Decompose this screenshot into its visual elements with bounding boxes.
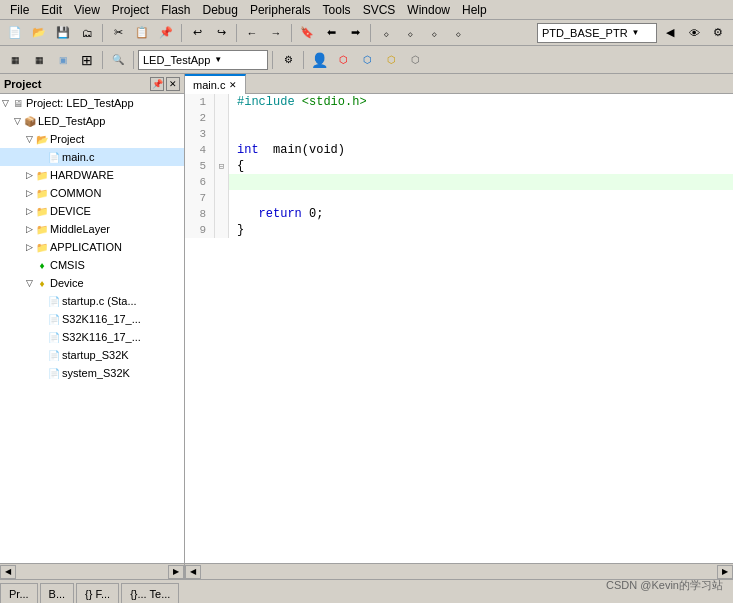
save-all-button[interactable]: 🗂 xyxy=(76,23,98,43)
expand-icon[interactable]: ▽ xyxy=(12,116,22,126)
unindent-button[interactable]: ⬦ xyxy=(399,23,421,43)
tree-item-device[interactable]: ▷📁DEVICE xyxy=(0,202,184,220)
line-content-9[interactable]: } xyxy=(229,222,733,238)
code-line-7[interactable]: 7 xyxy=(185,190,733,206)
panel-close-button[interactable]: ✕ xyxy=(166,77,180,91)
code-line-6[interactable]: 6 xyxy=(185,174,733,190)
dropdown-go-button[interactable]: ◀ xyxy=(659,23,681,43)
code-line-3[interactable]: 3 xyxy=(185,126,733,142)
menu-svcs[interactable]: SVCS xyxy=(357,3,402,17)
expand-icon[interactable]: ▷ xyxy=(24,170,34,180)
line-content-8[interactable]: return 0; xyxy=(229,206,733,222)
comment-button[interactable]: ⬦ xyxy=(423,23,445,43)
tree-item-device2[interactable]: ▽♦Device xyxy=(0,274,184,292)
scroll-left-button[interactable]: ◀ xyxy=(0,565,16,579)
line-content-2[interactable] xyxy=(229,110,733,126)
menu-project[interactable]: Project xyxy=(106,3,155,17)
cut-button[interactable]: ✂ xyxy=(107,23,129,43)
open-button[interactable]: 📂 xyxy=(28,23,50,43)
menu-peripherals[interactable]: Peripherals xyxy=(244,3,317,17)
new-file-button[interactable]: 📄 xyxy=(4,23,26,43)
undo-button[interactable]: ↩ xyxy=(186,23,208,43)
expand-icon[interactable]: ▷ xyxy=(24,188,34,198)
variable-dropdown[interactable]: PTD_BASE_PTR ▼ xyxy=(537,23,657,43)
nav-forward-button[interactable]: → xyxy=(265,23,287,43)
line-content-7[interactable] xyxy=(229,190,733,206)
expand-icon[interactable]: ▷ xyxy=(24,206,34,216)
paste-button[interactable]: 📌 xyxy=(155,23,177,43)
expand-icon[interactable]: ▷ xyxy=(24,242,34,252)
build-btn3[interactable]: ▣ xyxy=(52,50,74,70)
editor-scroll-right-button[interactable]: ▶ xyxy=(717,565,733,579)
tab-main-c[interactable]: main.c ✕ xyxy=(185,74,246,94)
tree-item-main_c[interactable]: 📄main.c xyxy=(0,148,184,166)
expand-icon[interactable]: ▽ xyxy=(24,134,34,144)
extra-button[interactable]: ⚙ xyxy=(707,23,729,43)
copy-button[interactable]: 📋 xyxy=(131,23,153,43)
expand-icon[interactable]: ▷ xyxy=(24,224,34,234)
bookmark-prev-button[interactable]: ⬅ xyxy=(320,23,342,43)
menu-debug[interactable]: Debug xyxy=(197,3,244,17)
tree-item-s32k116_17_2[interactable]: 📄S32K116_17_... xyxy=(0,328,184,346)
editor-scroll-left-button[interactable]: ◀ xyxy=(185,565,201,579)
bottom-tab-functions[interactable]: {} F... xyxy=(76,583,119,603)
code-line-9[interactable]: 9 } xyxy=(185,222,733,238)
tree-item-s32k116_17_1[interactable]: 📄S32K116_17_... xyxy=(0,310,184,328)
tab-close-icon[interactable]: ✕ xyxy=(229,80,237,90)
bookmark-button[interactable]: 🔖 xyxy=(296,23,318,43)
expand-icon[interactable]: ▽ xyxy=(24,278,34,288)
panel-scrollbar[interactable]: ◀ ▶ xyxy=(0,563,184,579)
tree-item-application[interactable]: ▷📁APPLICATION xyxy=(0,238,184,256)
tree-item-led_testapp[interactable]: ▽📦LED_TestApp xyxy=(0,112,184,130)
build-btn2[interactable]: ▦ xyxy=(28,50,50,70)
menu-tools[interactable]: Tools xyxy=(317,3,357,17)
tree-item-project_folder[interactable]: ▽📂Project xyxy=(0,130,184,148)
code-line-2[interactable]: 2 xyxy=(185,110,733,126)
debug-btn1[interactable]: 🔍 xyxy=(107,50,129,70)
nav-back-button[interactable]: ← xyxy=(241,23,263,43)
editor-scrollbar-track[interactable] xyxy=(201,565,717,579)
code-line-5[interactable]: 5 ⊟ { xyxy=(185,158,733,174)
code-line-8[interactable]: 8 return 0; xyxy=(185,206,733,222)
view-button[interactable]: 👁 xyxy=(683,23,705,43)
menu-file[interactable]: File xyxy=(4,3,35,17)
menu-help[interactable]: Help xyxy=(456,3,493,17)
tree-item-middlelayer[interactable]: ▷📁MiddleLayer xyxy=(0,220,184,238)
bottom-tab-templates[interactable]: {}... Te... xyxy=(121,583,179,603)
menu-window[interactable]: Window xyxy=(401,3,456,17)
project-dropdown[interactable]: LED_TestApp ▼ xyxy=(138,50,268,70)
line-content-3[interactable] xyxy=(229,126,733,142)
editor-hscrollbar[interactable]: ◀ ▶ xyxy=(185,563,733,579)
debug-target-btn2[interactable]: ⬡ xyxy=(332,50,354,70)
tree-item-startup[interactable]: 📄startup.c (Sta... xyxy=(0,292,184,310)
scrollbar-track[interactable] xyxy=(16,565,168,579)
tree-item-startup_s32k[interactable]: 📄startup_S32K xyxy=(0,346,184,364)
uncomment-button[interactable]: ⬦ xyxy=(447,23,469,43)
bookmark-next-button[interactable]: ➡ xyxy=(344,23,366,43)
tree-item-hardware[interactable]: ▷📁HARDWARE xyxy=(0,166,184,184)
tree-item-cmsis[interactable]: ♦CMSIS xyxy=(0,256,184,274)
debug-target-btn4[interactable]: ⬡ xyxy=(380,50,402,70)
line-content-5[interactable]: { xyxy=(229,158,733,174)
expand-icon[interactable]: ▽ xyxy=(0,98,10,108)
tree-item-root[interactable]: ▽🖥Project: LED_TestApp xyxy=(0,94,184,112)
line-content-1[interactable]: #include <stdio.h> xyxy=(229,94,733,110)
indent-button[interactable]: ⬦ xyxy=(375,23,397,43)
debug-target-btn1[interactable]: 👤 xyxy=(308,50,330,70)
menu-view[interactable]: View xyxy=(68,3,106,17)
line-content-6[interactable] xyxy=(229,174,733,190)
code-line-1[interactable]: 1 #include <stdio.h> xyxy=(185,94,733,110)
save-button[interactable]: 💾 xyxy=(52,23,74,43)
debug-target-btn3[interactable]: ⬡ xyxy=(356,50,378,70)
bottom-tab-project[interactable]: Pr... xyxy=(0,583,38,603)
menu-edit[interactable]: Edit xyxy=(35,3,68,17)
build-btn1[interactable]: ▦ xyxy=(4,50,26,70)
panel-pin-button[interactable]: 📌 xyxy=(150,77,164,91)
bottom-tab-books[interactable]: B... xyxy=(40,583,75,603)
menu-flash[interactable]: Flash xyxy=(155,3,196,17)
target-options-button[interactable]: ⚙ xyxy=(277,50,299,70)
tree-item-system_s32k[interactable]: 📄system_S32K xyxy=(0,364,184,382)
line-content-4[interactable]: int main(void) xyxy=(229,142,733,158)
gutter-collapse[interactable]: ⊟ xyxy=(215,158,229,174)
redo-button[interactable]: ↪ xyxy=(210,23,232,43)
